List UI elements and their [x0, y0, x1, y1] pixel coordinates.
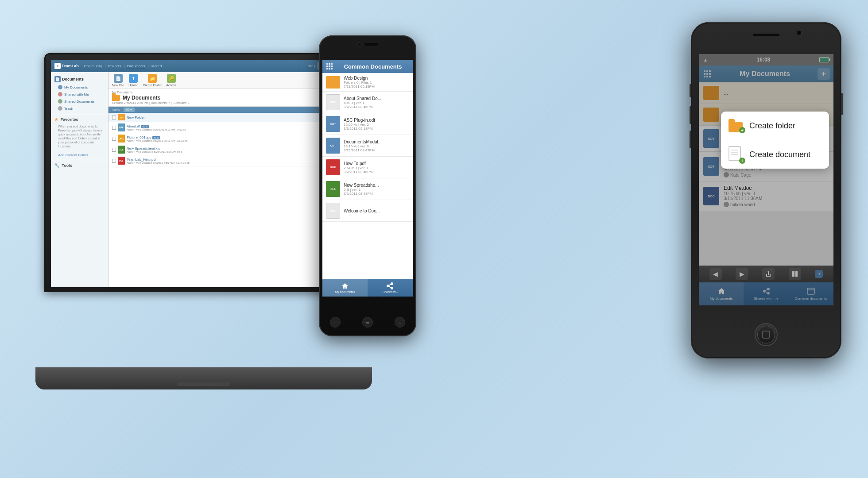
- sidebar-shared-docs[interactable]: Shared Documents: [51, 98, 108, 105]
- iphone-camera: [796, 30, 802, 35]
- show-all-btn[interactable]: All ▾: [124, 108, 135, 112]
- sidebar-my-documents[interactable]: My Documents: [51, 84, 108, 91]
- iphone-power-btn[interactable]: [841, 93, 843, 115]
- create-document-popup-item[interactable]: + Create document: [721, 140, 829, 169]
- file-checkbox[interactable]: [112, 126, 116, 130]
- sidebar-docs-header: 📄 Documents: [51, 75, 108, 84]
- list-item[interactable]: DOC Welcome to Doc...: [322, 200, 413, 222]
- pdf-icon: PDF: [118, 157, 125, 165]
- teamlab-sidebar: 📄 Documents My Documents Shared with Me: [51, 72, 108, 287]
- teamlab-logo-box: T: [54, 63, 61, 69]
- folder-icon: [326, 76, 340, 89]
- android-file-list: Web Design Folders 0 | Files 1 7/19/2011…: [322, 73, 413, 222]
- list-item[interactable]: ODT ASC Plug-in.odt 12.06 kb | ver. 2 3/…: [322, 113, 413, 135]
- android-camera-area: [357, 42, 378, 46]
- pdf-icon: PDF: [326, 159, 340, 175]
- android-shared-tab[interactable]: Shared w...: [368, 279, 413, 297]
- share-icon: [387, 282, 394, 289]
- iphone-silent-btn[interactable]: [690, 84, 691, 97]
- upload-icon: ⬆: [129, 74, 138, 83]
- list-item[interactable]: XLS New Spreadshe... 0 B | ver. 1 3/2/20…: [322, 178, 413, 200]
- breadcrumb-subtitle: Created 2/5/2011 2:35 PM | Documents: 7 …: [112, 101, 353, 104]
- android-phone: Common Documents Web Design Folders 0 | …: [319, 35, 416, 336]
- android-header-title: Common Documents: [336, 63, 410, 70]
- file-checkbox[interactable]: [112, 159, 116, 163]
- teamlab-content: 📄 Documents My Documents Shared with Me: [51, 72, 356, 287]
- android-screen: Common Documents Web Design Folders 0 | …: [322, 60, 413, 297]
- list-item[interactable]: Web Design Folders 0 | Files 1 7/19/2011…: [322, 73, 413, 92]
- sidebar-favorites-title: ★ Favorites: [51, 116, 108, 123]
- android-my-docs-tab[interactable]: My documents: [322, 279, 368, 297]
- laptop-base: [177, 382, 230, 386]
- laptop-screen: T TeamLab Community | Projects | Documen…: [51, 60, 356, 287]
- folder-icon: 📁: [118, 114, 125, 120]
- jpg-icon: JPG: [118, 135, 125, 143]
- shared-docs-icon: [58, 99, 62, 104]
- sidebar-trash[interactable]: Trash: [51, 105, 108, 112]
- sidebar-divider-1: [51, 114, 108, 114]
- iphone: ▲ 16:08 My Documents: [691, 22, 841, 358]
- xls-icon: XLS: [326, 181, 340, 197]
- home-icon: [341, 282, 349, 289]
- android-top-bar: Common Documents: [322, 60, 413, 73]
- iphone-screen: ▲ 16:08 My Documents: [699, 54, 833, 305]
- teamlab-logo: T TeamLab: [54, 63, 79, 69]
- create-document-popup-icon: +: [728, 146, 744, 162]
- teamlab-nav-documents[interactable]: Documents: [127, 64, 145, 68]
- iphone-popup-overlay[interactable]: [699, 54, 833, 305]
- upload-btn[interactable]: ⬆ Upload: [128, 74, 138, 87]
- list-item[interactable]: DOC About Shared Do... 496 B | ver. 1 3/…: [322, 92, 413, 113]
- odt-icon: ODT: [326, 138, 340, 154]
- xls-icon: XLS: [118, 146, 125, 154]
- android-hw-buttons: ← ☰ ○: [319, 317, 416, 328]
- android-home-btn[interactable]: ○: [395, 317, 405, 328]
- sidebar-docs-title: Documents: [62, 77, 84, 81]
- file-checkbox[interactable]: [112, 116, 116, 120]
- list-item[interactable]: ODT DocumentsModul... 13.15 kb | ver. 9 …: [322, 135, 413, 157]
- access-icon: 🔑: [167, 74, 176, 83]
- doc-icon: DOC: [326, 94, 340, 110]
- create-folder-btn[interactable]: 📁 Create Folder: [143, 74, 162, 87]
- new-file-icon: 📄: [114, 74, 123, 83]
- laptop-body: [35, 367, 372, 389]
- android-bottom-nav: My documents Shared w...: [322, 279, 413, 297]
- trash-icon: [58, 106, 62, 111]
- sidebar-shared-with-me[interactable]: Shared with Me: [51, 91, 108, 98]
- iphone-body: ▲ 16:08 My Documents: [691, 22, 841, 358]
- breadcrumb-folder-icon: [112, 95, 120, 101]
- android-menu-btn[interactable]: ☰: [362, 317, 373, 328]
- teamlab-nav-more[interactable]: More ▾: [151, 64, 162, 68]
- android-grid-icon[interactable]: [325, 62, 334, 71]
- iphone-vol-up-btn[interactable]: [690, 106, 691, 124]
- odt-icon: ODT: [326, 116, 340, 132]
- file-checkbox[interactable]: [112, 137, 116, 141]
- my-docs-icon: [58, 85, 62, 89]
- sidebar-favorites-hint: When you add documents to Favorites you …: [51, 123, 108, 152]
- iphone-home-button[interactable]: [755, 323, 778, 346]
- create-folder-icon: 📁: [148, 74, 157, 83]
- create-folder-label: Create folder: [749, 121, 795, 131]
- create-document-label: Create document: [749, 150, 810, 159]
- rtf-icon: RTF: [118, 123, 125, 131]
- laptop-lid: T TeamLab Community | Projects | Documen…: [44, 53, 363, 292]
- add-current-folder-link[interactable]: Add Current Folder: [51, 152, 108, 158]
- iphone-vol-down-btn[interactable]: [690, 131, 691, 148]
- sidebar-tools-title: 🔧 Tools: [51, 162, 108, 169]
- new-file-btn[interactable]: 📄 New File: [112, 74, 124, 87]
- sidebar-divider-2: [51, 160, 108, 160]
- access-btn[interactable]: 🔑 Access: [166, 74, 176, 87]
- android-camera-dot: [357, 42, 362, 46]
- teamlab-nav-community[interactable]: Community: [84, 64, 102, 68]
- iphone-popup: + Create folder +: [721, 112, 829, 169]
- shared-me-icon: [58, 92, 62, 96]
- create-folder-popup-item[interactable]: + Create folder: [721, 112, 829, 140]
- breadcrumb-title: My Documents: [123, 95, 160, 101]
- iphone-speaker: [753, 34, 779, 36]
- breadcrumb-title-row: My Documents: [112, 95, 353, 101]
- android-speaker: [364, 43, 378, 46]
- android-back-btn[interactable]: ←: [330, 317, 341, 328]
- teamlab-nav-projects[interactable]: Projects: [108, 64, 121, 68]
- breadcrumb-path: My Documents: [112, 91, 353, 94]
- list-item[interactable]: PDF How To.pdf 2.64 MB | ver. 1 3/2/2011…: [322, 157, 413, 178]
- file-checkbox[interactable]: [112, 148, 116, 152]
